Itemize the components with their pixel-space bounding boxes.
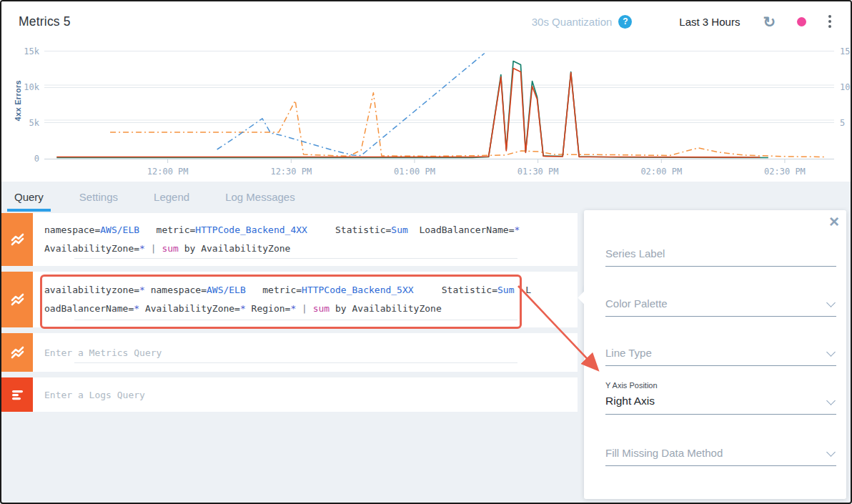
series-settings-panel: × Series Label Color Palette Line Type Y… bbox=[584, 210, 846, 499]
series-label-placeholder: Series Label bbox=[605, 247, 836, 260]
y-axis-title: 4xx Errors bbox=[14, 80, 22, 121]
input-underline bbox=[74, 258, 517, 259]
input-underline bbox=[74, 362, 517, 363]
tab-log-messages[interactable]: Log Messages bbox=[222, 182, 298, 212]
metrics-query-icon[interactable] bbox=[1, 333, 33, 372]
query-line: namespace=AWS/ELB metric=HTTPCode_Backen… bbox=[44, 221, 578, 239]
header: Metrics 5 30s Quantization ? Last 3 Hour… bbox=[1, 1, 851, 41]
svg-text:12:00 PM: 12:00 PM bbox=[147, 167, 189, 177]
tab-query[interactable]: Query bbox=[11, 182, 46, 212]
svg-text:5: 5 bbox=[840, 118, 845, 128]
kebab-menu-icon[interactable] bbox=[826, 13, 833, 30]
svg-text:10: 10 bbox=[840, 82, 850, 92]
y-axis-position-value: Right Axis bbox=[605, 395, 836, 407]
header-actions: 30s Quantization ? Last 3 Hours ↻ bbox=[532, 13, 833, 30]
panel-notch bbox=[578, 291, 590, 304]
query-row-3: Enter a Metrics Query bbox=[1, 333, 578, 372]
y-axis-position-label: Y Axis Position bbox=[605, 381, 836, 390]
fill-missing-data-select[interactable]: Fill Missing Data Method bbox=[605, 447, 836, 466]
query-line: oadBalancerName=* AvailabilityZone=* Reg… bbox=[44, 300, 578, 318]
tab-settings[interactable]: Settings bbox=[76, 182, 121, 212]
svg-text:10k: 10k bbox=[24, 82, 39, 92]
help-icon[interactable]: ? bbox=[618, 15, 632, 29]
tab-legend[interactable]: Legend bbox=[151, 182, 192, 212]
metrics-dashboard: Metrics 5 30s Quantization ? Last 3 Hour… bbox=[0, 0, 852, 504]
metrics-query-input-2[interactable]: availabilityzone=* namespace=AWS/ELB met… bbox=[33, 272, 578, 327]
query-row-2: availabilityzone=* namespace=AWS/ELB met… bbox=[1, 272, 578, 327]
quantization-label: 30s Quantization bbox=[532, 16, 613, 28]
logs-query-input[interactable]: Enter a Logs Query bbox=[33, 377, 578, 412]
line-type-select[interactable]: Line Type bbox=[605, 347, 836, 366]
metrics-query-placeholder: Enter a Metrics Query bbox=[33, 333, 578, 372]
svg-text:01:30 PM: 01:30 PM bbox=[517, 167, 559, 177]
query-row-1: namespace=AWS/ELB metric=HTTPCode_Backen… bbox=[1, 213, 578, 266]
metrics-query-input-3[interactable]: Enter a Metrics Query bbox=[33, 333, 578, 372]
tab-bar: Query Settings Legend Log Messages bbox=[1, 182, 851, 212]
svg-text:15: 15 bbox=[840, 46, 850, 56]
metrics-query-input-1[interactable]: namespace=AWS/ELB metric=HTTPCode_Backen… bbox=[33, 213, 578, 266]
svg-text:02:30 PM: 02:30 PM bbox=[764, 167, 806, 177]
status-dot-icon[interactable] bbox=[797, 17, 806, 26]
svg-text:12:30 PM: 12:30 PM bbox=[270, 167, 312, 177]
series-label-field[interactable]: Series Label bbox=[605, 247, 836, 267]
time-range-selector[interactable]: Last 3 Hours bbox=[679, 16, 740, 28]
metrics-query-icon[interactable] bbox=[1, 272, 33, 327]
input-underline bbox=[74, 320, 517, 320]
logs-query-icon[interactable] bbox=[1, 377, 33, 412]
close-icon[interactable]: × bbox=[829, 212, 839, 232]
metrics-chart: 12:00 PM12:30 PM01:00 PM01:30 PM02:00 PM… bbox=[1, 41, 852, 182]
metrics-query-icon[interactable] bbox=[1, 213, 33, 266]
y-axis-position-select[interactable]: Y Axis Position Right Axis bbox=[605, 381, 836, 415]
svg-text:0: 0 bbox=[34, 154, 39, 164]
svg-text:5k: 5k bbox=[29, 118, 40, 128]
svg-text:02:00 PM: 02:00 PM bbox=[640, 167, 682, 177]
logs-query-row: Enter a Logs Query bbox=[1, 377, 578, 412]
page-title: Metrics 5 bbox=[19, 14, 71, 29]
query-line: AvailabilityZone=* | sum by Availability… bbox=[44, 239, 578, 258]
query-line: availabilityzone=* namespace=AWS/ELB met… bbox=[44, 281, 578, 300]
refresh-icon[interactable]: ↻ bbox=[763, 14, 776, 29]
chart-area: 4xx Errors 12:00 PM12:30 PM01:00 PM01:30… bbox=[1, 41, 852, 182]
color-palette-select[interactable]: Color Palette bbox=[605, 297, 836, 317]
svg-text:01:00 PM: 01:00 PM bbox=[394, 167, 435, 177]
logs-query-placeholder: Enter a Logs Query bbox=[33, 377, 578, 412]
svg-text:15k: 15k bbox=[24, 46, 39, 56]
